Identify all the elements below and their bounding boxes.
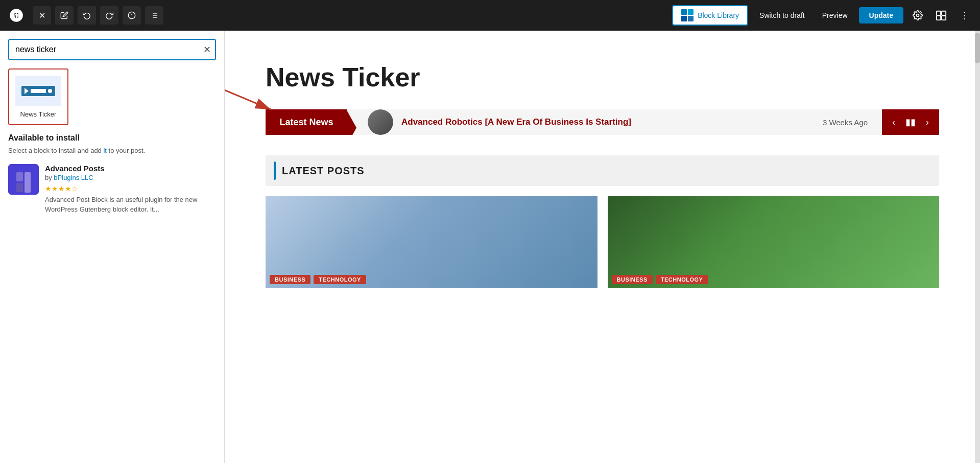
ticker-content: Advanced Robotics [A New Era Of Business… xyxy=(347,109,882,135)
arrow-container: Latest News Advanced Robotics [A New Era… xyxy=(266,109,939,135)
svg-text:W: W xyxy=(13,12,18,19)
ticker-article-title: Advanced Robotics [A New Era Of Business… xyxy=(401,117,815,127)
content-area: News Ticker Latest News xyxy=(225,31,980,463)
page-title: News Ticker xyxy=(266,61,939,93)
list-view-button[interactable] xyxy=(145,6,163,25)
switch-to-draft-button[interactable]: Switch to draft xyxy=(753,8,811,22)
toolbar: W ✕ Block Library Switch to draft Previe… xyxy=(0,0,980,31)
undo-button[interactable] xyxy=(78,6,96,25)
svg-rect-15 xyxy=(942,16,946,20)
plugin-description: Advanced Post Block is an useful plugin … xyxy=(45,195,216,215)
update-button[interactable]: Update xyxy=(859,7,903,24)
search-clear-button[interactable]: ✕ xyxy=(203,44,211,55)
preview-button[interactable]: Preview xyxy=(816,8,854,22)
user-switcher-button[interactable] xyxy=(932,6,950,25)
post-card-image-1: BUSINESS TECHNOLOGY xyxy=(266,196,597,288)
plugin-by: by bPlugins LLC xyxy=(45,174,216,181)
block-card-section: News Ticker xyxy=(0,68,224,133)
sidebar: ✕ News Ticker Available to in xyxy=(0,31,225,463)
svg-rect-12 xyxy=(937,11,941,15)
ticker-pause-button[interactable]: ▮▮ xyxy=(903,114,918,130)
wp-logo[interactable]: W xyxy=(6,5,27,26)
available-section: Available to install Select a block to i… xyxy=(0,133,224,223)
toolbar-right: Block Library Switch to draft Preview Up… xyxy=(672,5,974,26)
available-description: Select a block to install and add it to … xyxy=(8,146,216,156)
post-tag-technology-1: TECHNOLOGY xyxy=(314,275,366,284)
available-title: Available to install xyxy=(8,133,216,143)
post-card-image-2: BUSINESS TECHNOLOGY xyxy=(608,196,940,288)
close-button[interactable]: ✕ xyxy=(33,6,51,25)
svg-line-17 xyxy=(225,31,271,109)
block-library-label: Block Library xyxy=(698,11,739,19)
settings-button[interactable] xyxy=(909,6,927,25)
posts-grid: BUSINESS TECHNOLOGY BUSINESS TECHNOLOGY xyxy=(266,196,939,288)
post-tags-1: BUSINESS TECHNOLOGY xyxy=(270,275,366,284)
info-button[interactable] xyxy=(123,6,141,25)
post-tag-technology-2: TECHNOLOGY xyxy=(656,275,708,284)
scrollbar-track[interactable] xyxy=(975,31,980,463)
latest-posts-section: LATEST POSTS BUSINESS TECHNOLOGY xyxy=(266,155,939,288)
news-ticker-block-card[interactable]: News Ticker xyxy=(8,68,68,125)
ticker-next-button[interactable]: › xyxy=(924,115,931,130)
ticker-label: Latest News xyxy=(266,109,347,135)
post-tag-business-2: BUSINESS xyxy=(612,275,653,284)
post-card-2: BUSINESS TECHNOLOGY xyxy=(608,196,940,288)
plugin-info: Advanced Posts by bPlugins LLC ★★★★☆ Adv… xyxy=(45,164,216,215)
main-layout: ✕ News Ticker Available to in xyxy=(0,31,980,463)
edit-button[interactable] xyxy=(55,6,74,25)
ticker-prev-button[interactable]: ‹ xyxy=(890,115,897,130)
block-card-label: News Ticker xyxy=(15,110,61,118)
plugin-stars: ★★★★☆ xyxy=(45,184,216,193)
block-library-icon xyxy=(681,9,694,21)
latest-posts-header: LATEST POSTS xyxy=(266,155,939,186)
post-card-1: BUSINESS TECHNOLOGY xyxy=(266,196,597,288)
editor-canvas: News Ticker Latest News xyxy=(225,31,980,463)
scrollbar-thumb[interactable] xyxy=(975,33,980,63)
post-tag-business-1: BUSINESS xyxy=(270,275,310,284)
ticker-time-ago: 3 Weeks Ago xyxy=(823,118,868,127)
post-tags-2: BUSINESS TECHNOLOGY xyxy=(612,275,708,284)
news-ticker-widget: Latest News Advanced Robotics [A New Era… xyxy=(266,109,939,135)
svg-point-11 xyxy=(917,14,919,17)
post-card-bg-2 xyxy=(608,196,940,288)
block-card-thumbnail xyxy=(15,76,61,106)
plugin-by-link[interactable]: bPlugins LLC xyxy=(54,174,93,181)
post-card-bg-1 xyxy=(266,196,597,288)
block-library-button[interactable]: Block Library xyxy=(672,5,748,26)
plugin-icon xyxy=(8,164,39,195)
latest-posts-title: LATEST POSTS xyxy=(282,165,365,177)
ticker-controls: ‹ ▮▮ › xyxy=(882,109,939,135)
search-box: ✕ xyxy=(8,39,216,60)
ticker-thumbnail xyxy=(368,109,393,135)
svg-rect-13 xyxy=(942,11,946,15)
more-options-button[interactable]: ⋮ xyxy=(955,6,974,25)
available-desc-link[interactable]: it xyxy=(103,147,107,154)
svg-rect-14 xyxy=(937,16,941,20)
latest-posts-bar xyxy=(274,161,276,180)
plugin-name: Advanced Posts xyxy=(45,164,216,173)
plugin-item: Advanced Posts by bPlugins LLC ★★★★☆ Adv… xyxy=(8,164,216,215)
redo-button[interactable] xyxy=(100,6,118,25)
search-input[interactable] xyxy=(8,39,216,60)
